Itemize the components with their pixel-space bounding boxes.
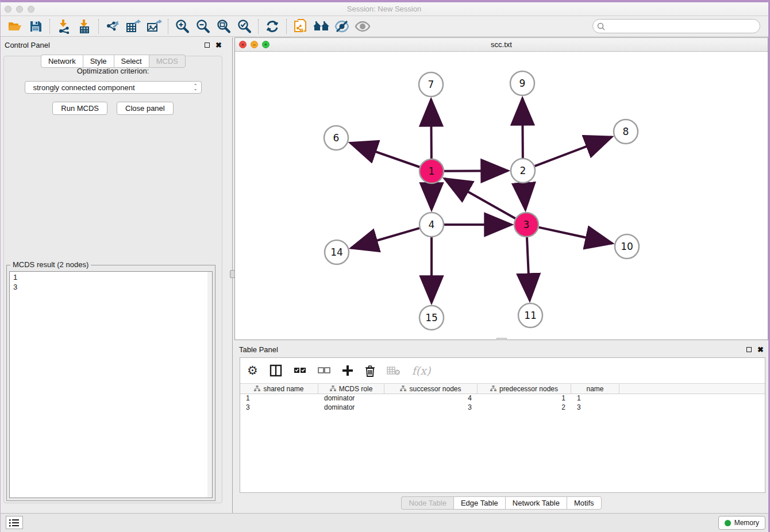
table-panel-title: Table Panel: [239, 345, 746, 354]
column-header-predecessor-nodes[interactable]: predecessor nodes: [478, 384, 571, 394]
save-icon[interactable]: [25, 18, 46, 35]
deselect-all-icon[interactable]: [318, 367, 330, 375]
edge-3-10[interactable]: [538, 228, 612, 244]
hierarchy-icon: [400, 385, 406, 392]
network-graph[interactable]: 7968124314101511: [235, 52, 768, 340]
criterion-select[interactable]: strongly connected component ⌃⌄: [25, 81, 202, 94]
mcds-panel: Optimization criterion: strongly connect…: [3, 56, 222, 503]
refresh-layout-icon[interactable]: [262, 18, 283, 35]
edge-2-3[interactable]: [523, 183, 525, 210]
column-view-icon[interactable]: [270, 364, 282, 377]
cell-name[interactable]: 1: [571, 394, 619, 403]
toolbar-separator: [168, 19, 168, 34]
cell-predecessor-nodes[interactable]: 1: [478, 394, 571, 403]
zoom-selected-icon[interactable]: [234, 18, 255, 35]
node-table: ⚙ f(x) shared nameMCDS rolesuccessor nod…: [240, 357, 765, 493]
cell-predecessor-nodes[interactable]: 2: [478, 403, 571, 413]
gear-icon[interactable]: ⚙: [247, 364, 258, 377]
column-header-successor-nodes[interactable]: successor nodes: [384, 384, 478, 394]
cell-name[interactable]: 3: [571, 403, 619, 413]
network-titlebar: × − + scc.txt: [235, 38, 768, 52]
search-input[interactable]: [608, 22, 760, 30]
node-label-2: 2: [520, 165, 526, 176]
add-column-icon[interactable]: [342, 365, 353, 376]
edge-4-14[interactable]: [351, 228, 419, 248]
node-label-1: 1: [429, 165, 435, 177]
task-history-button[interactable]: [6, 516, 23, 529]
result-scrollbar[interactable]: [207, 272, 212, 498]
open-folder-icon[interactable]: [5, 18, 25, 35]
panel-splitter[interactable]: [226, 37, 234, 513]
network-window: × − + scc.txt 7968124314101511: [234, 37, 768, 340]
cell-MCDS-role[interactable]: dominator: [318, 403, 384, 413]
clone-network-icon[interactable]: [290, 18, 311, 35]
tab-edge-table[interactable]: Edge Table: [453, 496, 505, 510]
mcds-result-title: MCDS result (2 nodes): [10, 260, 91, 269]
status-bar: Memory: [0, 513, 770, 532]
close-panel-button[interactable]: Close panel: [117, 102, 174, 115]
tab-mcds[interactable]: MCDS: [149, 55, 186, 68]
edge-3-1[interactable]: [445, 179, 515, 218]
node-label-8: 8: [623, 126, 629, 137]
column-header-name[interactable]: name: [571, 384, 619, 394]
close-panel-icon[interactable]: ✖: [215, 41, 222, 49]
export-network-icon[interactable]: [102, 18, 123, 35]
close-table-panel-icon[interactable]: ✖: [757, 345, 764, 354]
edge-2-9[interactable]: [522, 98, 523, 158]
run-mcds-button[interactable]: Run MCDS: [52, 102, 107, 115]
tab-select[interactable]: Select: [114, 55, 149, 68]
export-image-icon[interactable]: [144, 18, 164, 35]
control-panel-tabs: NetworkStyleSelectMCDS: [0, 55, 226, 68]
toolbar-separator: [286, 19, 287, 34]
edge-3-11[interactable]: [527, 237, 530, 300]
network-resize-grip[interactable]: [496, 338, 507, 340]
hide-graphics-details-icon[interactable]: [332, 18, 352, 35]
table-toolbar: ⚙ f(x): [240, 358, 765, 383]
search-field[interactable]: [592, 19, 760, 33]
edge-2-8[interactable]: [535, 137, 612, 166]
import-network-icon[interactable]: [53, 18, 74, 35]
table-header: shared nameMCDS rolesuccessor nodesprede…: [240, 383, 765, 394]
toolbar-separator: [49, 19, 50, 34]
home-icon[interactable]: [311, 18, 332, 35]
node-label-10: 10: [621, 241, 633, 252]
cell-successor-nodes[interactable]: 3: [384, 403, 478, 413]
delete-column-icon[interactable]: [365, 365, 375, 377]
hierarchy-icon: [490, 385, 496, 392]
table-row[interactable]: 1dominator411: [240, 394, 765, 403]
column-header-MCDS-role[interactable]: MCDS role: [318, 384, 384, 394]
column-header-shared-name[interactable]: shared name: [240, 384, 318, 394]
cell-successor-nodes[interactable]: 4: [384, 394, 478, 403]
tab-network-table[interactable]: Network Table: [505, 496, 567, 510]
tab-network[interactable]: Network: [41, 55, 83, 68]
zoom-out-icon[interactable]: [192, 18, 213, 35]
mcds-result-text[interactable]: 1 3: [9, 271, 213, 498]
float-panel-icon[interactable]: [205, 43, 210, 48]
float-table-panel-icon[interactable]: [746, 347, 752, 352]
cell-MCDS-role[interactable]: dominator: [318, 394, 384, 403]
tab-style[interactable]: Style: [83, 55, 114, 68]
export-table-icon[interactable]: [123, 18, 144, 35]
import-table-icon[interactable]: [74, 18, 95, 35]
chevron-updown-icon: ⌃⌄: [194, 84, 198, 90]
tab-node-table[interactable]: Node Table: [401, 496, 453, 510]
edge-1-7[interactable]: [431, 99, 432, 159]
network-title: scc.txt: [235, 40, 768, 49]
zoom-fit-icon[interactable]: [213, 18, 234, 35]
edge-1-6[interactable]: [351, 143, 420, 167]
edge-1-2[interactable]: [444, 171, 508, 171]
table-row[interactable]: 3dominator323: [240, 403, 765, 413]
cell-shared-name[interactable]: 1: [240, 394, 318, 403]
network-canvas[interactable]: 7968124314101511: [235, 52, 768, 340]
memory-button[interactable]: Memory: [718, 516, 765, 530]
zoom-in-icon[interactable]: [172, 18, 192, 35]
cell-shared-name[interactable]: 3: [240, 403, 318, 413]
node-label-14: 14: [330, 246, 343, 258]
node-label-4: 4: [429, 219, 435, 230]
toolbar-separator: [258, 19, 259, 34]
node-label-15: 15: [425, 312, 438, 323]
criterion-value: strongly connected component: [33, 83, 194, 92]
tab-motifs[interactable]: Motifs: [567, 496, 602, 510]
control-panel-title: Control Panel: [5, 41, 205, 49]
select-all-icon[interactable]: [294, 367, 306, 375]
